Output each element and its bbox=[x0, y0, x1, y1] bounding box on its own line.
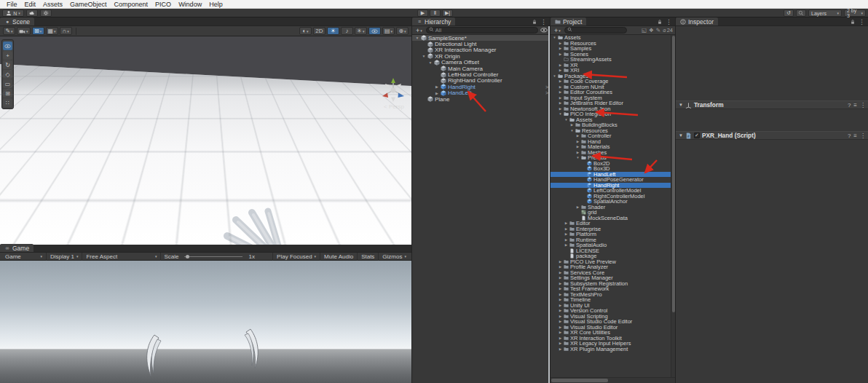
expand-arrow[interactable]: ▶ bbox=[576, 140, 580, 143]
expand-arrow[interactable]: ▶ bbox=[435, 91, 439, 95]
expand-arrow[interactable]: ▶ bbox=[576, 145, 580, 149]
project-item-textmeshpro[interactable]: ▶TextMeshPro bbox=[551, 292, 671, 298]
panel-splitter[interactable] bbox=[548, 26, 550, 383]
expand-arrow[interactable]: ▶ bbox=[559, 315, 562, 318]
project-item-hand[interactable]: ▶Hand bbox=[551, 139, 671, 145]
kebab-menu-icon[interactable]: ⋮ bbox=[540, 18, 547, 25]
hierarchy-item-xr-origin[interactable]: ▼XR Origin bbox=[412, 53, 551, 59]
hierarchy-item-samplescene[interactable]: ▼SampleScene* bbox=[412, 35, 551, 41]
cloud-services-button[interactable] bbox=[26, 9, 38, 17]
expand-arrow[interactable]: ▶ bbox=[564, 238, 568, 242]
project-item-editor-coroutines[interactable]: ▶Editor Coroutines bbox=[551, 90, 671, 95]
create-asset-button[interactable]: +▾ bbox=[553, 27, 562, 34]
gizmos-dropdown[interactable]: Gizmos▾ bbox=[378, 253, 410, 261]
expand-arrow[interactable]: ▶ bbox=[564, 243, 568, 247]
search-by-label-icon[interactable]: ❖ bbox=[649, 27, 654, 33]
expand-arrow[interactable]: ▶ bbox=[559, 276, 562, 280]
hierarchy-item-righthand-controller[interactable]: RightHand Controller bbox=[412, 78, 551, 84]
project-item-xr[interactable]: ▶XR bbox=[551, 63, 671, 68]
transform-tool-icon[interactable]: ⊞ bbox=[3, 89, 12, 98]
shading-mode-icon[interactable]: ◐▾ bbox=[299, 27, 312, 35]
project-item-profile-analyzer[interactable]: ▶Profile Analyzer bbox=[551, 264, 671, 270]
expand-arrow[interactable]: ▶ bbox=[559, 107, 562, 111]
foldout-arrow[interactable]: ▼ bbox=[679, 103, 683, 107]
expand-arrow[interactable]: ▶ bbox=[564, 221, 568, 225]
hierarchy-item-plane[interactable]: Plane bbox=[412, 96, 551, 102]
global-search-button[interactable] bbox=[796, 9, 806, 17]
expand-arrow[interactable]: ▶ bbox=[559, 52, 562, 56]
project-item-unity-ui[interactable]: ▶Unity UI bbox=[551, 303, 671, 309]
expand-arrow[interactable]: ▼ bbox=[428, 60, 433, 65]
expand-arrow[interactable]: ▶ bbox=[559, 85, 562, 89]
scene-viewport[interactable]: +↻◇▭⊞∷ < Persp bbox=[0, 36, 411, 245]
project-item-timeline[interactable]: ▶Timeline bbox=[551, 297, 671, 303]
lock-icon[interactable] bbox=[849, 18, 856, 25]
create-object-button[interactable]: +▾ bbox=[414, 27, 424, 34]
menu-file[interactable]: File bbox=[3, 0, 21, 9]
expand-arrow[interactable]: ▶ bbox=[576, 205, 580, 209]
2d-toggle[interactable]: 2D bbox=[313, 27, 326, 35]
project-item-buildingblocks[interactable]: ▶BuildingBlocks bbox=[551, 122, 671, 128]
lighting-toggle-icon[interactable]: ☀ bbox=[327, 27, 339, 35]
expand-arrow[interactable]: ▶ bbox=[564, 232, 568, 236]
expand-arrow[interactable]: ▶ bbox=[559, 287, 562, 291]
game-viewport[interactable] bbox=[0, 261, 411, 383]
script-component-header[interactable]: ▼ # ✓ PXR_Hand (Script) ?≡⋮ bbox=[676, 131, 868, 140]
custom-tool-icon[interactable]: ∷ bbox=[3, 98, 12, 107]
scale-slider[interactable] bbox=[184, 256, 242, 257]
project-item-visual-studio-editor[interactable]: ▶Visual Studio Editor bbox=[551, 325, 671, 331]
game-target-dropdown[interactable]: Game▾ bbox=[1, 253, 47, 261]
kebab-menu-icon[interactable]: ⋮ bbox=[859, 18, 865, 25]
expand-arrow[interactable]: ▶ bbox=[559, 42, 562, 45]
expand-arrow[interactable]: ▶ bbox=[559, 271, 562, 275]
expand-arrow[interactable]: ▶ bbox=[559, 347, 562, 351]
hierarchy-search-input[interactable]: All bbox=[426, 27, 538, 33]
expand-arrow[interactable]: ▶ bbox=[570, 123, 574, 127]
project-item-packages[interactable]: ▼Packages bbox=[551, 74, 671, 79]
expand-arrow[interactable]: ▶ bbox=[559, 90, 562, 94]
snap-magnet-icon[interactable]: ∩▾ bbox=[60, 27, 72, 35]
tab-game[interactable]: ∞ Game bbox=[0, 244, 33, 252]
project-item-xr-plugin-management[interactable]: ▶XR Plugin Management bbox=[551, 347, 671, 352]
pause-button[interactable]: Ⅱ bbox=[430, 9, 441, 17]
expand-arrow[interactable]: ▼ bbox=[570, 129, 574, 133]
menu-pico[interactable]: PICO bbox=[151, 0, 175, 9]
project-item-version-control[interactable]: ▶Version Control bbox=[551, 308, 671, 314]
camera-view-icon[interactable]: ▾ bbox=[17, 27, 31, 35]
lock-icon[interactable] bbox=[656, 18, 663, 25]
grid-visibility-icon[interactable]: ⊞▾ bbox=[32, 27, 44, 35]
kebab-menu-icon[interactable]: ⋮ bbox=[666, 18, 672, 25]
tab-scene[interactable]: ● Scene bbox=[0, 17, 34, 25]
tab-inspector[interactable]: Inspector bbox=[676, 17, 718, 25]
foldout-arrow[interactable]: ▼ bbox=[679, 133, 683, 138]
expand-arrow[interactable]: ▶ bbox=[559, 101, 562, 105]
project-item-test-framework[interactable]: ▶Test Framework bbox=[551, 286, 671, 292]
expand-arrow[interactable]: ▶ bbox=[559, 325, 562, 329]
tab-project[interactable]: Project bbox=[551, 17, 586, 25]
rotate-tool-icon[interactable]: ↻ bbox=[3, 60, 12, 69]
project-item-controller[interactable]: ▶Controller bbox=[551, 133, 671, 139]
expand-arrow[interactable]: ▶ bbox=[559, 298, 562, 301]
expand-arrow[interactable]: ▶ bbox=[559, 265, 562, 269]
stats-toggle[interactable]: Stats bbox=[357, 253, 378, 261]
project-item-license[interactable]: LICENSE bbox=[551, 248, 671, 254]
transform-component-header[interactable]: ▼ Transform ?≡⋮ bbox=[676, 100, 868, 109]
expand-arrow[interactable]: ▼ bbox=[415, 36, 419, 40]
hierarchy-item-handright[interactable]: ▶HandRight> bbox=[412, 84, 551, 90]
rect-tool-icon[interactable]: ▭ bbox=[3, 79, 12, 88]
play-focused-dropdown[interactable]: Play Focused▾ bbox=[272, 253, 320, 261]
perspective-label[interactable]: < Persp bbox=[377, 103, 411, 110]
help-icon[interactable]: ? bbox=[848, 102, 851, 108]
expand-arrow[interactable]: ▶ bbox=[559, 47, 562, 50]
draw-mode-icon[interactable]: ✎▾ bbox=[3, 27, 15, 35]
project-item-resources[interactable]: ▶Resources bbox=[551, 41, 671, 47]
hierarchy-item-handleft[interactable]: ▶HandLeft> bbox=[412, 90, 551, 96]
menu-assets[interactable]: Assets bbox=[39, 0, 66, 9]
expand-arrow[interactable]: ▶ bbox=[559, 331, 562, 334]
project-item-enterprise[interactable]: ▶Enterprise bbox=[551, 226, 671, 232]
hierarchy-item-xr-interaction-manager[interactable]: XR Interaction Manager bbox=[412, 47, 551, 53]
effects-toggle-icon[interactable]: ✳▾ bbox=[355, 27, 367, 35]
project-horizontal-scrollbar[interactable] bbox=[551, 377, 675, 383]
lock-icon[interactable] bbox=[531, 18, 537, 25]
expand-arrow[interactable]: ▶ bbox=[559, 96, 562, 100]
